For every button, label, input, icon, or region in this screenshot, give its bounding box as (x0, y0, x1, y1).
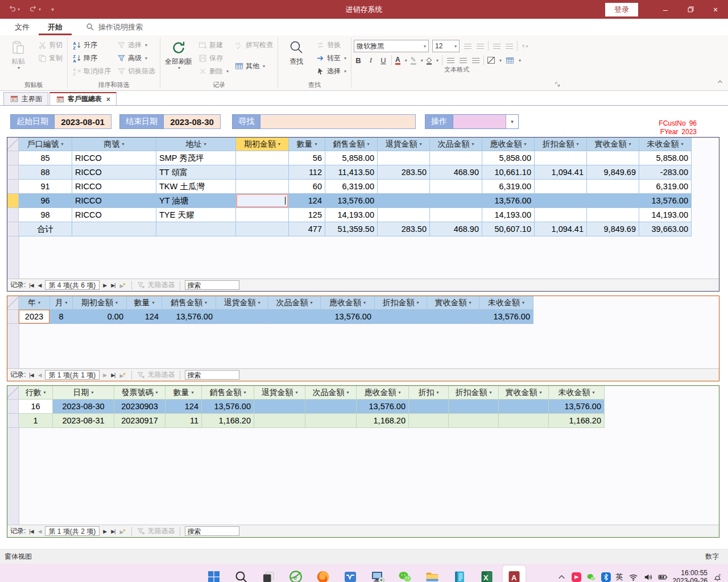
replace-button[interactable]: 替换 (313, 39, 349, 51)
table-cell[interactable]: 13,576.00 (479, 310, 533, 324)
column-filter-icon[interactable]: ▾ (122, 138, 124, 151)
table-cell[interactable]: 98 (19, 208, 72, 222)
table-cell[interactable]: 20230917 (114, 414, 166, 428)
table-cell[interactable]: 283.50 (378, 222, 430, 236)
column-filter-icon[interactable]: ▾ (155, 386, 158, 399)
table-cell[interactable] (254, 414, 305, 428)
collapse-ribbon-icon[interactable] (717, 77, 723, 88)
tell-me-search[interactable]: 操作说明搜索 (85, 22, 143, 32)
row-selector[interactable] (7, 222, 19, 236)
column-header[interactable]: 實收金額▾ (499, 386, 549, 400)
table-cell[interactable]: 9,849.69 (587, 222, 639, 236)
find-input[interactable] (260, 114, 416, 129)
table-cell[interactable]: 5,858.00 (482, 151, 535, 165)
table-cell[interactable]: TT 頌富 (156, 165, 236, 180)
first-record-button[interactable]: |◀ (28, 529, 34, 534)
column-filter-icon[interactable]: ▾ (152, 296, 154, 309)
column-filter-icon[interactable]: ▾ (115, 296, 118, 309)
table-cell[interactable]: 2023 (19, 310, 50, 324)
table-cell[interactable]: 16 (19, 400, 53, 414)
taskbar-browser-icon[interactable]: e (284, 566, 307, 582)
column-header[interactable]: 行數▾ (19, 386, 53, 400)
table-cell[interactable]: 13,576.00 (482, 194, 535, 208)
sort-descending-button[interactable]: ZA降序 (70, 52, 113, 64)
font-size-select[interactable]: 12▾ (432, 40, 460, 52)
column-filter-icon[interactable]: ▾ (592, 386, 594, 399)
table-cell[interactable]: 13,576.00 (549, 400, 605, 414)
gridlines-button[interactable] (487, 57, 495, 64)
refresh-all-button[interactable]: 全部刷新▾ (163, 37, 195, 70)
column-filter-icon[interactable]: ▾ (398, 386, 400, 399)
column-header[interactable]: 地址▾ (156, 138, 236, 151)
column-header[interactable]: 折扣金額▾ (375, 296, 427, 310)
column-header[interactable]: 實收金額▾ (587, 138, 639, 151)
table-cell[interactable] (236, 194, 289, 208)
column-filter-icon[interactable]: ▾ (295, 386, 297, 399)
table-cell[interactable]: TYE 天耀 (156, 208, 236, 222)
filter-status[interactable]: 无筛选器 (136, 280, 175, 290)
table-cell[interactable] (236, 151, 289, 165)
table-cell[interactable]: 39,663.00 (639, 222, 692, 236)
undo-icon[interactable]: ▾ (8, 4, 20, 15)
taskbar-access-icon[interactable]: A (503, 566, 526, 582)
table-cell[interactable]: 14,193.00 (482, 208, 535, 222)
table-cell[interactable]: 6,319.00 (639, 180, 692, 194)
table-cell[interactable]: 14,193.00 (639, 208, 692, 222)
column-header[interactable]: 退貨金額▾ (378, 138, 430, 151)
close-button[interactable]: × (703, 0, 728, 19)
align-right-icon[interactable] (471, 56, 480, 65)
record-search-input[interactable]: 搜索 (185, 370, 239, 380)
taskbar-notepad-icon[interactable] (448, 566, 471, 582)
table-cell[interactable]: 6,319.00 (482, 180, 535, 194)
filter-status[interactable]: 无筛选器 (136, 370, 175, 380)
column-header[interactable]: 未收金額▾ (639, 138, 692, 151)
row-selector[interactable] (7, 414, 19, 428)
select-all-corner[interactable] (7, 296, 19, 310)
taskbar-search-icon[interactable] (230, 566, 253, 582)
previous-record-button[interactable]: ◀ (37, 529, 43, 534)
table-cell[interactable]: 13,576.00 (325, 194, 378, 208)
taskbar-wechat-icon[interactable] (394, 566, 416, 582)
table-cell[interactable]: 124 (166, 400, 202, 414)
table-cell[interactable]: 11 (166, 414, 202, 428)
table-cell[interactable]: 1,094.41 (535, 165, 587, 180)
row-selector[interactable] (7, 400, 19, 414)
new-record-button[interactable]: ▶* (118, 528, 126, 535)
previous-record-button[interactable]: ◀ (37, 372, 43, 378)
battery-icon[interactable] (658, 572, 668, 582)
text-direction-icon[interactable]: ¶ ▾ (522, 44, 528, 49)
column-header[interactable]: 日期▾ (53, 386, 114, 400)
highlight-color-button[interactable]: ✎ (411, 56, 416, 65)
column-header[interactable]: 應收金額▾ (321, 296, 375, 310)
select-all-corner[interactable] (7, 138, 19, 151)
tray-app-icon[interactable] (572, 572, 581, 582)
wifi-icon[interactable] (628, 572, 638, 582)
increase-indent-icon[interactable] (492, 41, 501, 51)
taskbar-vmware-icon[interactable] (339, 566, 362, 582)
font-color-button[interactable]: A (395, 56, 400, 65)
table-cell[interactable]: 2023-08-31 (53, 414, 114, 428)
taskbar-file-explorer-icon[interactable] (421, 566, 444, 582)
table-cell[interactable]: 10,661.10 (482, 165, 535, 180)
save-button[interactable]: 保存 (196, 52, 231, 64)
column-header[interactable]: 發票號碼▾ (114, 386, 166, 400)
fill-color-button[interactable]: ◇ (427, 56, 432, 65)
new-record-button[interactable]: ▶* (118, 372, 126, 379)
copy-button[interactable]: 复制 (35, 52, 65, 64)
align-center-icon[interactable] (458, 56, 468, 65)
spell-check-button[interactable]: 字A拼写检查 (232, 39, 275, 51)
row-selector[interactable] (7, 180, 19, 194)
table-cell[interactable] (449, 400, 499, 414)
table-cell[interactable]: 91 (19, 180, 72, 194)
table-cell[interactable] (430, 194, 482, 208)
column-header[interactable]: 應收金額▾ (357, 386, 409, 400)
last-record-button[interactable]: ▶| (110, 372, 116, 378)
align-left-icon[interactable] (446, 56, 455, 65)
column-filter-icon[interactable]: ▾ (416, 296, 419, 309)
table-cell[interactable] (587, 180, 639, 194)
column-header[interactable]: 應收金額▾ (482, 138, 535, 151)
column-filter-icon[interactable]: ▾ (315, 138, 317, 151)
clock[interactable]: 16:00:55 2023-09-26 (673, 569, 708, 582)
column-filter-icon[interactable]: ▾ (522, 296, 524, 309)
table-cell[interactable]: 468.90 (430, 165, 482, 180)
